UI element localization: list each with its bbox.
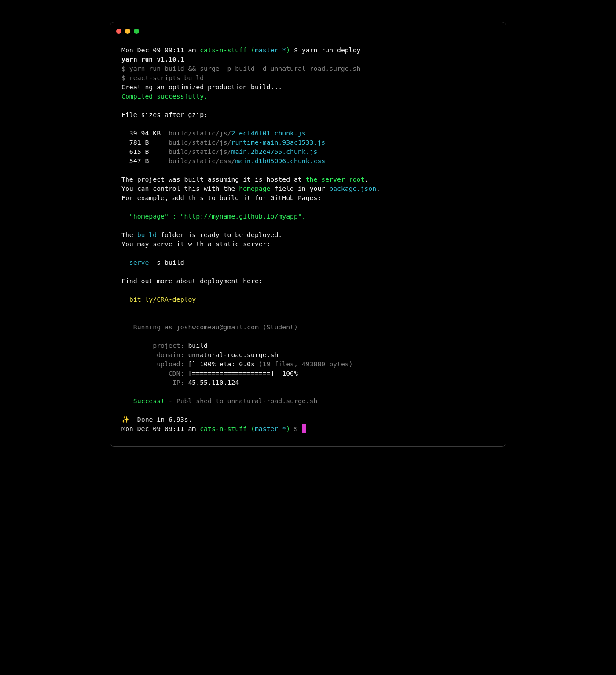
sparkle-icon: ✨ <box>121 416 133 423</box>
file-path-name: main.d1b05096.chunk.css <box>235 157 325 164</box>
surge-cdn-key: CDN: <box>121 369 184 377</box>
surge-project-val: build <box>184 342 208 349</box>
surge-success-rest: - Published to unnatural-road.surge.sh <box>165 397 317 405</box>
prompt-datetime: Mon Dec 09 09:11 am <box>121 46 196 54</box>
build-folder-highlight: build <box>137 231 157 238</box>
cursor-icon <box>302 424 306 433</box>
file-path-prefix: build/static/js/ <box>169 148 231 155</box>
prompt-project: cats-n-stuff <box>200 46 247 54</box>
control-text: You can control this with the <box>121 185 239 192</box>
file-sizes-header: File sizes after gzip: <box>121 111 208 118</box>
homepage-example: "homepage" : "http://myname.github.io/my… <box>121 212 306 220</box>
homepage-highlight: homepage <box>239 185 270 192</box>
react-scripts-echo: $ react-scripts build <box>121 74 204 81</box>
build-ready-post: folder is ready to be deployed. <box>157 231 282 238</box>
build-ready-pre: The <box>121 231 137 238</box>
ghpages-hint: For example, add this to build it for Gi… <box>121 194 321 201</box>
deploy-link: bit.ly/CRA-deploy <box>121 296 196 303</box>
creating-build-msg: Creating an optimized production build..… <box>121 83 282 91</box>
surge-running-as: Running as joshwcomeau@gmail.com (Studen… <box>121 323 298 331</box>
minimize-icon[interactable] <box>125 29 130 34</box>
prompt-symbol: $ <box>290 425 302 432</box>
branch-paren-open: ( <box>251 46 255 54</box>
file-size: 547 B <box>129 157 149 164</box>
control-suffix: . <box>376 185 380 192</box>
prompt-command: yarn run deploy <box>302 46 361 54</box>
branch-paren-close: ) <box>286 46 290 54</box>
hosted-suffix: . <box>364 175 368 183</box>
compiled-success-msg: Compiled successfully. <box>121 92 208 100</box>
maximize-icon[interactable] <box>134 29 139 34</box>
surge-upload-meta: (19 files, 493880 bytes) <box>255 360 353 368</box>
close-icon[interactable] <box>116 29 121 34</box>
branch-paren-close: ) <box>286 425 290 432</box>
branch-paren-open: ( <box>251 425 255 432</box>
surge-upload-val: [] 100% eta: 0.0s <box>184 360 255 368</box>
find-out-msg: Find out more about deployment here: <box>121 277 263 285</box>
prompt-project: cats-n-stuff <box>200 425 247 432</box>
serve-args: -s build <box>149 259 184 266</box>
surge-project-key: project: <box>121 342 184 349</box>
file-size: 39.94 KB <box>129 129 161 137</box>
serve-msg: You may serve it with a static server: <box>121 240 271 248</box>
package-json-highlight: package.json <box>329 185 376 192</box>
prompt-datetime: Mon Dec 09 09:11 am <box>121 425 196 432</box>
file-size: 615 B <box>129 148 149 155</box>
control-mid: field in your <box>271 185 330 192</box>
prompt-branch: master * <box>255 46 286 54</box>
terminal-output[interactable]: Mon Dec 09 09:11 am cats-n-stuff (master… <box>110 37 506 446</box>
surge-ip-key: IP: <box>121 379 184 386</box>
yarn-version: yarn run v1.10.1 <box>121 55 184 63</box>
file-path-name: main.2b2e4755.chunk.js <box>231 148 317 155</box>
file-path-prefix: build/static/js/ <box>169 129 231 137</box>
surge-success-label: Success! <box>121 397 165 405</box>
serve-command: serve <box>129 259 149 266</box>
surge-ip-val: 45.55.110.124 <box>184 379 239 386</box>
surge-domain-key: domain: <box>121 351 184 358</box>
window-controls <box>110 22 506 37</box>
file-path-name: 2.ecf46f01.chunk.js <box>231 129 305 137</box>
file-path-prefix: build/static/js/ <box>169 139 231 146</box>
server-root-highlight: the server root <box>306 175 365 183</box>
terminal-window: Mon Dec 09 09:11 am cats-n-stuff (master… <box>110 22 506 447</box>
surge-cdn-val: [====================] 100% <box>184 369 298 377</box>
file-path-prefix: build/static/css/ <box>169 157 235 164</box>
done-msg: Done in 6.93s. <box>133 416 192 423</box>
surge-upload-key: upload: <box>121 360 184 368</box>
file-size: 781 B <box>129 139 149 146</box>
prompt-symbol: $ <box>290 46 302 54</box>
surge-domain-val: unnatural-road.surge.sh <box>184 351 279 358</box>
prompt-branch: master * <box>255 425 286 432</box>
build-command-echo: $ yarn run build && surge -p build -d un… <box>121 65 360 72</box>
file-path-name: runtime-main.93ac1533.js <box>231 139 325 146</box>
hosted-text: The project was built assuming it is hos… <box>121 175 306 183</box>
